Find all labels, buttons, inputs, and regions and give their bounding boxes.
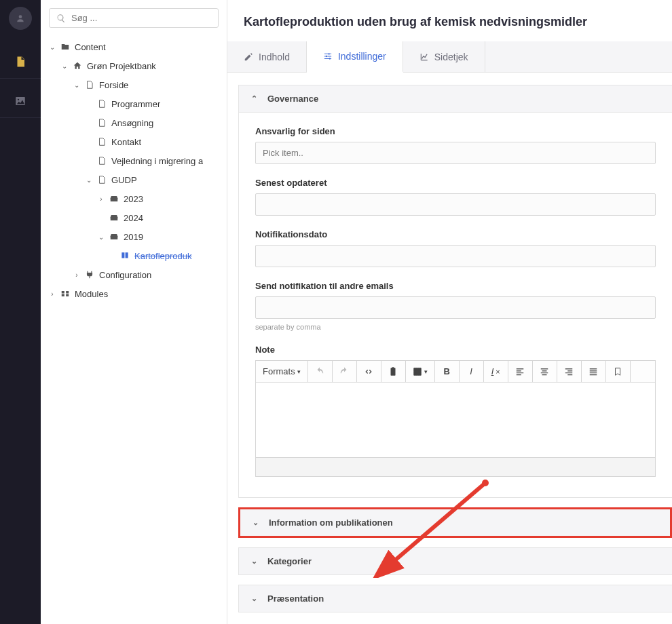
panel-kategorier-header[interactable]: ⌄ Kategorier [238,547,672,575]
sendnotif-label: Send notifikation til andre emails [255,281,656,291]
rte-undo-button[interactable] [308,361,333,382]
rte-body[interactable] [256,383,655,457]
tree-2024[interactable]: 2024 [49,208,227,227]
rte-aligncenter-button[interactable] [533,361,557,382]
tree-projektbank[interactable]: ⌄Grøn Projektbank [49,56,227,75]
rte-alignright-button[interactable] [557,361,582,382]
rte-code-button[interactable] [357,361,381,382]
rte-footer [256,457,655,476]
drive-icon [109,213,119,222]
svg-point-4 [326,56,327,57]
italic-icon: I [470,366,472,376]
sliders-icon [323,52,333,61]
tree-2019[interactable]: ⌄2019 [49,227,227,246]
rte-redo-button[interactable] [333,361,357,382]
ansvarlig-input[interactable] [255,142,656,164]
align-left-icon [515,367,525,376]
tree-kontakt[interactable]: Kontakt [49,132,227,151]
chevron-down-icon: ⌄ [251,594,259,603]
rail-content-icon[interactable] [0,45,41,79]
home-icon [72,61,83,71]
tabs: Indhold Indstillinger Sidetjek [227,41,672,73]
rte-toolbar: Formats▾ ▾ B I I× [256,361,655,383]
note-label: Note [255,345,656,355]
tree-ansogning[interactable]: Ansøgning [49,113,227,132]
bold-icon: B [443,366,449,376]
rte-formats-button[interactable]: Formats▾ [256,361,308,382]
rte-italic-button[interactable]: I [460,361,484,382]
tree-gudp[interactable]: ⌄GUDP [49,170,227,189]
senest-label: Senest opdateret [255,178,656,188]
sendnotif-input[interactable] [255,296,656,319]
plug-icon [84,270,95,279]
page-icon [84,80,95,90]
chevron-right-icon: › [49,290,56,298]
folder-icon [60,42,71,52]
chevron-down-icon: ⌄ [49,43,56,51]
chevron-right-icon: › [98,195,105,203]
page-icon [96,137,107,147]
rte-bold-button[interactable]: B [435,361,460,382]
panel-praesentation-header[interactable]: ⌄ Præsentation [238,585,672,612]
tab-sidetjek[interactable]: Sidetjek [403,41,485,72]
tree-programmer[interactable]: Programmer [49,94,227,113]
tree-2023[interactable]: ›2023 [49,189,227,208]
align-right-icon [564,367,574,376]
modules-icon [60,289,71,298]
panel-governance-header[interactable]: ⌃ Governance [238,85,672,113]
tree-kartofle[interactable]: Kartofleproduk [49,246,227,265]
book-icon [119,251,130,260]
sidebar: ⌄Content ⌄Grøn Projektbank ⌄Forside Prog… [41,0,227,624]
chevron-down-icon: ⌄ [86,176,92,184]
main-panel: Kartofleproduktion uden brug af kemisk n… [227,0,672,624]
notifdato-label: Notifikationsdato [255,229,656,239]
code-icon [364,367,373,376]
chevron-right-icon: › [73,271,80,279]
tree-configuration[interactable]: ›Configuration [49,265,227,284]
align-center-icon [540,367,549,376]
drive-icon [109,232,119,241]
chevron-up-icon: ⌃ [251,94,259,103]
note-editor: Formats▾ ▾ B I I× [255,360,656,477]
chevron-down-icon: ⌄ [73,81,80,89]
sendnotif-hint: separate by comma [255,323,656,331]
chevron-down-icon: ⌄ [253,518,261,527]
panel-info-pub-header[interactable]: ⌄ Information om publikationen [238,507,672,538]
page-icon [96,99,107,109]
tab-indstillinger[interactable]: Indstillinger [307,41,403,73]
rte-bookmark-button[interactable] [606,361,631,382]
page-icon [96,156,107,165]
tree-modules[interactable]: ›Modules [49,284,227,303]
rte-justify-button[interactable] [582,361,606,382]
tree-forside[interactable]: ⌄Forside [49,75,227,94]
search-input[interactable] [49,8,219,28]
avatar[interactable] [9,7,32,30]
search-icon [56,14,66,23]
rte-alignleft-button[interactable] [508,361,533,382]
clear-format-icon: I [491,366,494,376]
paste-icon [388,367,398,376]
page-title: Kartofleproduktion uden brug af kemisk n… [227,0,672,41]
edit-icon [244,52,253,62]
svg-point-3 [329,53,330,54]
align-justify-icon [589,367,598,376]
redo-icon [339,367,349,376]
rte-paste-button[interactable] [381,361,406,382]
rte-clearformat-button[interactable]: I× [484,361,508,382]
notifdato-input[interactable] [255,245,656,267]
chevron-down-icon: ⌄ [61,62,68,70]
table-icon [413,367,422,376]
rte-table-button[interactable]: ▾ [406,361,435,382]
caret-down-icon: ▾ [297,368,301,375]
tab-indhold[interactable]: Indhold [227,41,307,72]
senest-input[interactable] [255,193,656,216]
rail-media-icon[interactable] [0,84,41,118]
search-field[interactable] [71,13,211,23]
tree-vejledning[interactable]: Vejledning i migrering a [49,151,227,170]
chart-icon [419,52,429,62]
page-icon [96,118,107,128]
nav-rail [0,0,41,624]
tree-content[interactable]: ⌄Content [49,37,227,56]
drive-icon [109,194,119,203]
ansvarlig-label: Ansvarlig for siden [255,126,656,136]
